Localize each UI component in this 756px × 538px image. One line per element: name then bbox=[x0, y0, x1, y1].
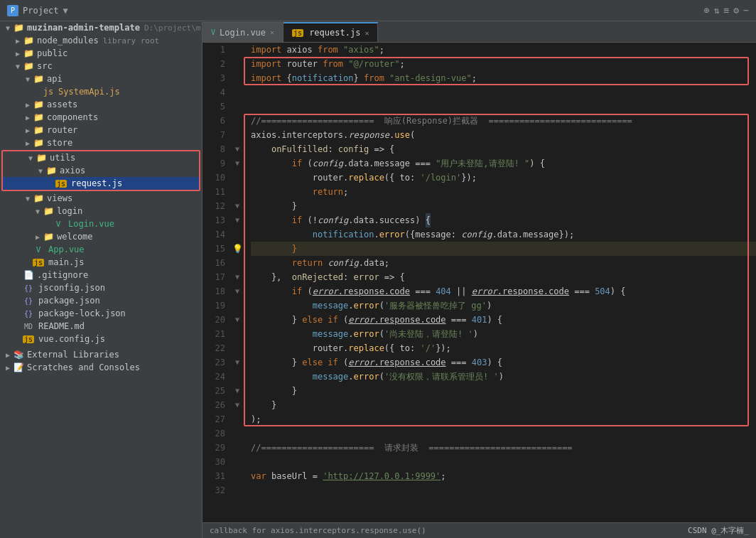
library-icon: 📚 bbox=[13, 350, 24, 360]
expand-arrow: ▼ bbox=[3, 24, 13, 32]
js-file-icon: js bbox=[55, 180, 67, 188]
sidebar-item-label: public bbox=[37, 48, 68, 58]
code-line-15: } bbox=[251, 242, 756, 256]
gutter-18[interactable]: ▼ bbox=[231, 284, 244, 298]
expand-arrow: ▶ bbox=[23, 139, 33, 147]
folder-icon: 📁 bbox=[33, 99, 44, 109]
expand-arrow: ▶ bbox=[33, 233, 43, 241]
line-num-8: 8 bbox=[202, 142, 225, 156]
line-num-11: 11 bbox=[202, 185, 225, 199]
tab-request-js[interactable]: js request.js ✕ bbox=[284, 22, 378, 42]
sidebar-item-request[interactable]: js request.js bbox=[3, 177, 199, 190]
gutter-25[interactable]: ▼ bbox=[231, 384, 244, 398]
expand-arrow: ▶ bbox=[23, 101, 33, 109]
sidebar-item-scratches[interactable]: ▶ 📝 Scratches and Consoles bbox=[0, 361, 202, 374]
sidebar-item-public[interactable]: ▶ 📁 public bbox=[0, 47, 202, 60]
sidebar-item-jsconfig[interactable]: {} jsconfig.json bbox=[0, 281, 202, 294]
sidebar-item-login-vue[interactable]: V Login.vue bbox=[0, 217, 202, 230]
js-file-icon: js bbox=[43, 87, 54, 97]
sidebar-item-axios[interactable]: ▼ 📁 axios bbox=[3, 164, 199, 177]
code-line-21: message.error('尚未登陆，请登陆! ') bbox=[251, 327, 756, 341]
toolbar-sync-icon[interactable]: ⇅ bbox=[714, 5, 720, 16]
expand-arrow: ▶ bbox=[13, 50, 23, 58]
sidebar-item-main-js[interactable]: js main.js bbox=[0, 256, 202, 269]
line-num-23: 23 bbox=[202, 355, 225, 370]
sidebar-item-tag: library root bbox=[103, 36, 159, 45]
line-num-27: 27 bbox=[202, 412, 225, 426]
folder-icon: 📁 bbox=[33, 193, 44, 203]
code-line-22: router.replace({ to: '/'}); bbox=[251, 341, 756, 355]
editor-area: V Login.vue ✕ js request.js ✕ 1 2 3 4 5 … bbox=[202, 21, 756, 538]
status-bar-left: callback for axios.interceptors.response… bbox=[210, 526, 426, 535]
code-line-16: return config.data; bbox=[251, 256, 756, 270]
editor-content: 1 2 3 4 5 6 7 8 9 10 11 12 13 14 15 16 1… bbox=[202, 43, 756, 522]
no-arrow bbox=[33, 88, 43, 96]
sidebar-item-components[interactable]: ▶ 📁 components bbox=[0, 111, 202, 124]
gutter: ▼ ▼ ▼ ▼ 💡 ▼ ▼ ▼ ▼ ▼ ▼ bbox=[231, 43, 244, 522]
sidebar-item-readme[interactable]: MD README.md bbox=[0, 320, 202, 333]
sidebar-item-views[interactable]: ▼ 📁 views bbox=[0, 192, 202, 205]
expand-arrow: ▼ bbox=[23, 195, 33, 203]
sidebar-item-package-lock[interactable]: {} package-lock.json bbox=[0, 307, 202, 320]
line-num-16: 16 bbox=[202, 256, 225, 270]
gutter-7 bbox=[231, 128, 244, 142]
toolbar-sort-icon[interactable]: ≡ bbox=[724, 5, 730, 16]
sidebar-item-store[interactable]: ▶ 📁 store bbox=[0, 136, 202, 149]
sidebar-item-node-modules[interactable]: ▶ 📁 node_modules library root bbox=[0, 34, 202, 47]
toolbar-collapse-icon[interactable]: − bbox=[743, 5, 749, 16]
code-line-12: } bbox=[251, 199, 756, 213]
gutter-8[interactable]: ▼ bbox=[231, 142, 244, 156]
project-icon: P bbox=[7, 5, 18, 16]
line-num-14: 14 bbox=[202, 227, 225, 242]
sidebar-item-utils[interactable]: ▼ 📁 utils bbox=[3, 151, 199, 164]
folder-icon: 📁 bbox=[23, 36, 34, 45]
sidebar-item-welcome[interactable]: ▶ 📁 welcome bbox=[0, 230, 202, 243]
var-axios: axios bbox=[287, 43, 318, 57]
tab-close-button[interactable]: ✕ bbox=[270, 28, 274, 36]
sidebar-item-gitignore[interactable]: 📄 .gitignore bbox=[0, 269, 202, 281]
sidebar-item-package-json[interactable]: {} package.json bbox=[0, 294, 202, 307]
gutter-15-bulb[interactable]: 💡 bbox=[231, 242, 244, 256]
title-bar: P Project ▼ ⊕ ⇅ ≡ ⚙ − bbox=[0, 0, 756, 21]
js-file-icon: js bbox=[23, 335, 34, 343]
code-line-8: onFulfilled: config => { bbox=[251, 142, 756, 156]
gutter-17[interactable]: ▼ bbox=[231, 270, 244, 284]
sidebar-item-assets[interactable]: ▶ 📁 assets bbox=[0, 98, 202, 111]
gutter-26[interactable]: ▼ bbox=[231, 398, 244, 412]
sidebar-item-login-folder[interactable]: ▼ 📁 login bbox=[0, 205, 202, 217]
sidebar-item-src[interactable]: ▼ 📁 src bbox=[0, 60, 202, 72]
gutter-9[interactable]: ▼ bbox=[231, 156, 244, 171]
vue-file-icon: V bbox=[53, 220, 64, 229]
code-line-1: import axios from "axios"; bbox=[251, 43, 756, 57]
gutter-1 bbox=[231, 43, 244, 57]
line-num-31: 31 bbox=[202, 469, 225, 483]
gutter-23[interactable]: ▼ bbox=[231, 355, 244, 370]
gutter-6 bbox=[231, 114, 244, 128]
line-num-1: 1 bbox=[202, 43, 225, 57]
toolbar-gear-icon[interactable]: ⚙ bbox=[733, 5, 739, 16]
line-num-9: 9 bbox=[202, 156, 225, 171]
sidebar-item-app-vue[interactable]: V App.vue bbox=[0, 243, 202, 256]
sidebar-item-api[interactable]: ▼ 📁 api bbox=[0, 72, 202, 85]
sidebar-item-root[interactable]: ▼ 📁 muzinan-admin-template D:\project\m bbox=[0, 21, 202, 34]
sidebar-item-vue-config[interactable]: js vue.config.js bbox=[0, 333, 202, 345]
toolbar-add-icon[interactable]: ⊕ bbox=[704, 5, 710, 16]
sidebar-item-label: utils bbox=[50, 153, 75, 163]
sidebar-item-systemapi[interactable]: js SystemApi.js bbox=[0, 85, 202, 98]
folder-icon: 📁 bbox=[45, 166, 57, 176]
sidebar-item-external-libs[interactable]: ▶ 📚 External Libraries bbox=[0, 348, 202, 361]
folder-icon: 📁 bbox=[36, 153, 47, 163]
tab-close-button[interactable]: ✕ bbox=[364, 29, 369, 37]
no-arrow bbox=[23, 246, 33, 254]
gutter-12[interactable]: ▼ bbox=[231, 199, 244, 213]
file-icon: 📄 bbox=[23, 270, 34, 280]
gutter-20[interactable]: ▼ bbox=[231, 313, 244, 327]
sidebar-item-label: jsconfig.json bbox=[38, 283, 105, 293]
dropdown-icon[interactable]: ▼ bbox=[63, 6, 68, 16]
tab-login-vue[interactable]: V Login.vue ✕ bbox=[202, 22, 284, 42]
json-file-icon: {} bbox=[23, 284, 34, 292]
code-area[interactable]: ➜ import axios from "axios"; import rout… bbox=[244, 43, 756, 522]
line-num-7: 7 bbox=[202, 128, 225, 142]
gutter-13[interactable]: ▼ bbox=[231, 213, 244, 227]
sidebar-item-router[interactable]: ▶ 📁 router bbox=[0, 124, 202, 136]
